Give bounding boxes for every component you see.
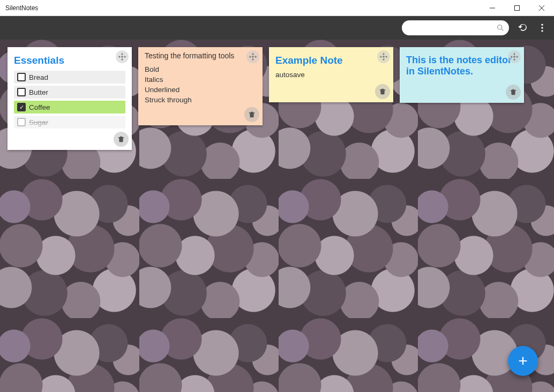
toolbar: [0, 16, 554, 40]
checklist-item[interactable]: Coffee: [14, 101, 125, 114]
checklist-label: Coffee: [29, 103, 50, 111]
svg-point-3: [541, 27, 543, 28]
window-title: SilentNotes: [5, 4, 38, 12]
search-icon[interactable]: [496, 24, 505, 32]
notes-container: Essentials Bread Butter Coffee Sugar: [0, 40, 554, 157]
drag-handle-icon[interactable]: [116, 50, 129, 63]
checklist-label: Sugar: [29, 118, 48, 126]
drag-handle-icon[interactable]: [246, 50, 259, 63]
checklist-item[interactable]: Bread: [14, 71, 125, 84]
note-line: Underlined: [145, 86, 256, 94]
note-line: Bold: [145, 65, 256, 73]
trash-icon[interactable]: [244, 107, 259, 122]
checklist-item[interactable]: Sugar: [14, 116, 125, 129]
search-field-wrap: [402, 20, 509, 35]
checkbox-disabled-icon[interactable]: [17, 118, 26, 126]
drag-handle-icon[interactable]: [377, 50, 390, 63]
close-button[interactable]: [529, 0, 554, 16]
note-title: Example Note: [275, 55, 387, 66]
note-card[interactable]: Testing the formatting tools Bold Italic…: [138, 47, 263, 125]
note-title: This is the notes editor in SilentNotes.: [406, 55, 518, 77]
menu-icon[interactable]: [537, 22, 548, 33]
checkbox-checked-icon[interactable]: [17, 103, 26, 111]
checklist-label: Bread: [29, 73, 48, 81]
plus-icon: +: [518, 352, 528, 370]
note-card[interactable]: Example Note autosave: [269, 47, 393, 102]
note-card[interactable]: Essentials Bread Butter Coffee Sugar: [8, 47, 132, 150]
trash-icon[interactable]: [114, 132, 129, 147]
sync-icon[interactable]: [516, 21, 529, 34]
checklist-item[interactable]: Butter: [14, 86, 125, 99]
note-card[interactable]: This is the notes editor in SilentNotes.: [400, 47, 524, 103]
titlebar: SilentNotes: [0, 0, 554, 16]
note-line: Italics: [145, 76, 256, 84]
add-note-button[interactable]: +: [508, 346, 538, 376]
note-title: Essentials: [14, 55, 125, 66]
minimize-button[interactable]: [480, 0, 505, 16]
checkbox-icon[interactable]: [17, 88, 26, 96]
note-line: autosave: [275, 71, 387, 79]
drag-handle-icon[interactable]: [508, 50, 521, 63]
maximize-button[interactable]: [505, 0, 529, 16]
svg-rect-0: [515, 5, 520, 10]
search-input[interactable]: [408, 20, 493, 35]
trash-icon[interactable]: [375, 84, 390, 99]
checklist: Bread Butter Coffee Sugar: [14, 71, 125, 129]
note-line: Struck through: [145, 96, 256, 104]
content-area: Essentials Bread Butter Coffee Sugar: [0, 40, 554, 392]
note-text-title: Testing the formatting tools: [145, 51, 256, 60]
svg-point-1: [498, 25, 502, 29]
svg-point-4: [541, 30, 543, 32]
checkbox-icon[interactable]: [17, 73, 26, 81]
trash-icon[interactable]: [506, 85, 521, 100]
checklist-label: Butter: [29, 88, 48, 96]
window-controls: [480, 0, 554, 16]
svg-point-2: [541, 24, 543, 26]
